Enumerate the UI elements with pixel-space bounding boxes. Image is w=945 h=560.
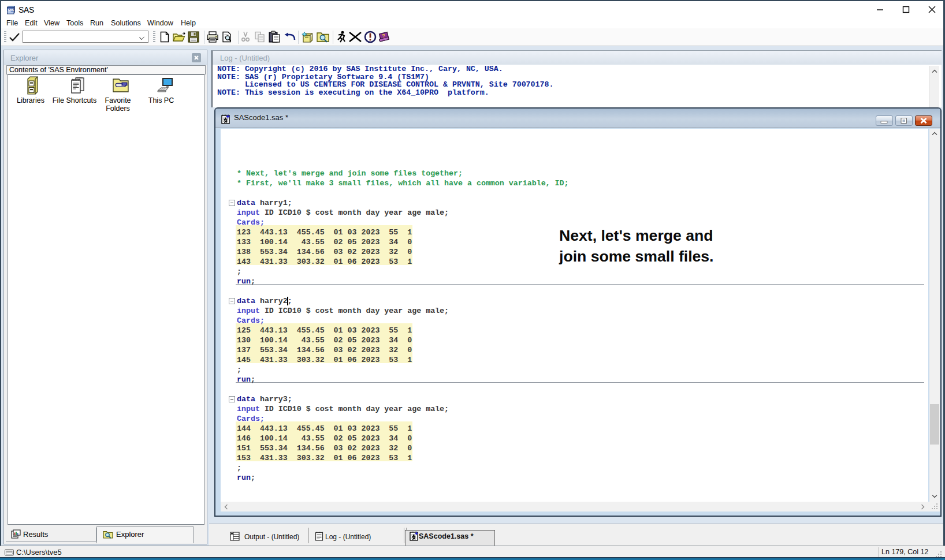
svg-text:sas: sas <box>8 8 14 12</box>
